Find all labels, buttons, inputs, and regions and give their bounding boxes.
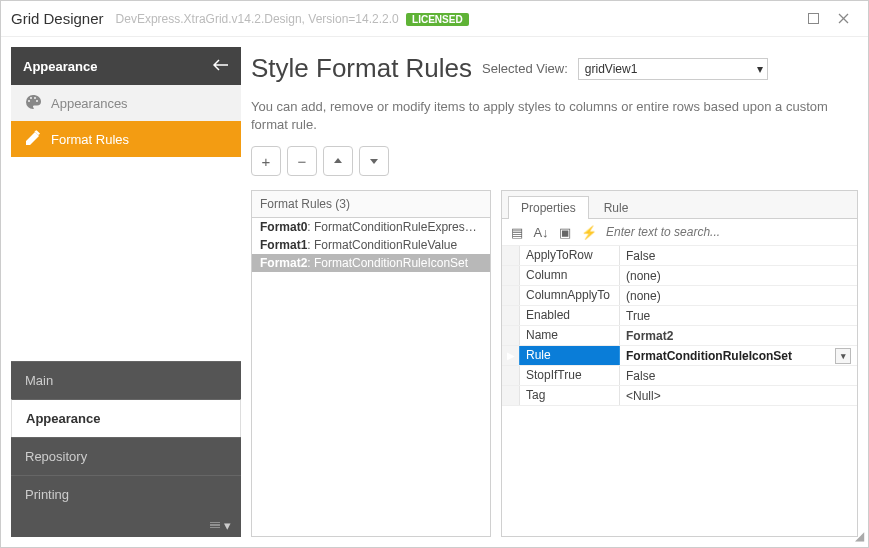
back-icon[interactable]	[213, 59, 229, 74]
chevron-down-icon: ▾	[757, 62, 763, 76]
move-down-button[interactable]	[359, 146, 389, 176]
sidebar-item-format-rules[interactable]: Format Rules	[11, 121, 241, 157]
tab-rule[interactable]: Rule	[591, 196, 642, 219]
sidebar-header: Appearance	[11, 47, 241, 85]
page-description: You can add, remove or modify items to a…	[251, 98, 858, 134]
property-pages-icon[interactable]: ▣	[556, 223, 574, 241]
property-row[interactable]: Enabled True	[502, 306, 857, 326]
sidebar-item-label: Format Rules	[51, 132, 129, 147]
resize-grip[interactable]: ◢	[855, 529, 864, 543]
add-button[interactable]: +	[251, 146, 281, 176]
format-rule-row[interactable]: Format1: FormatConditionRuleValue	[252, 236, 490, 254]
format-rule-row[interactable]: Format0: FormatConditionRuleExpression	[252, 218, 490, 236]
svg-rect-0	[808, 14, 818, 24]
page-title: Style Format Rules	[251, 53, 472, 84]
property-search-input[interactable]	[604, 224, 851, 240]
window-subtitle: DevExpress.XtraGrid.v14.2.Design, Versio…	[116, 12, 798, 26]
nav-repository[interactable]: Repository	[11, 437, 241, 475]
property-row[interactable]: ▶ Rule FormatConditionRuleIconSet ▾	[502, 346, 857, 366]
sidebar-item-appearances[interactable]: Appearances	[11, 85, 241, 121]
dropdown-button[interactable]: ▾	[835, 348, 851, 364]
property-row[interactable]: StopIfTrue False	[502, 366, 857, 386]
nav-appearance[interactable]: Appearance	[11, 399, 241, 437]
nav-main[interactable]: Main	[11, 361, 241, 399]
property-row[interactable]: ApplyToRow False	[502, 246, 857, 266]
close-button[interactable]	[828, 4, 858, 34]
property-row[interactable]: ColumnApplyTo (none)	[502, 286, 857, 306]
license-badge: LICENSED	[406, 13, 469, 26]
window-title: Grid Designer	[11, 10, 104, 27]
property-row[interactable]: Column (none)	[502, 266, 857, 286]
format-rules-panel: Format Rules (3) Format0: FormatConditio…	[251, 190, 491, 537]
properties-panel: Properties Rule ▤ A↓ ▣ ⚡ ApplyToRow	[501, 190, 858, 537]
palette-icon	[25, 94, 41, 113]
nav-overflow[interactable]: ▾	[11, 513, 241, 537]
nav-printing[interactable]: Printing	[11, 475, 241, 513]
property-row[interactable]: Tag <Null>	[502, 386, 857, 406]
sidebar-item-label: Appearances	[51, 96, 128, 111]
selected-view-label: Selected View:	[482, 61, 568, 76]
edit-icon	[25, 130, 41, 149]
remove-button[interactable]: −	[287, 146, 317, 176]
expand-icon[interactable]: ▶	[502, 346, 520, 365]
format-rule-row[interactable]: Format2: FormatConditionRuleIconSet	[252, 254, 490, 272]
main-panel: Style Format Rules Selected View: gridVi…	[251, 47, 858, 537]
format-rules-title: Format Rules (3)	[252, 191, 490, 218]
move-up-button[interactable]	[323, 146, 353, 176]
events-icon[interactable]: ⚡	[580, 223, 598, 241]
categorized-icon[interactable]: ▤	[508, 223, 526, 241]
alphabetical-icon[interactable]: A↓	[532, 223, 550, 241]
property-row[interactable]: Name Format2	[502, 326, 857, 346]
maximize-button[interactable]	[798, 4, 828, 34]
selected-view-combo[interactable]: gridView1 ▾	[578, 58, 768, 80]
sidebar: Appearance Appearances Format Rules	[11, 47, 241, 537]
tab-properties[interactable]: Properties	[508, 196, 589, 219]
